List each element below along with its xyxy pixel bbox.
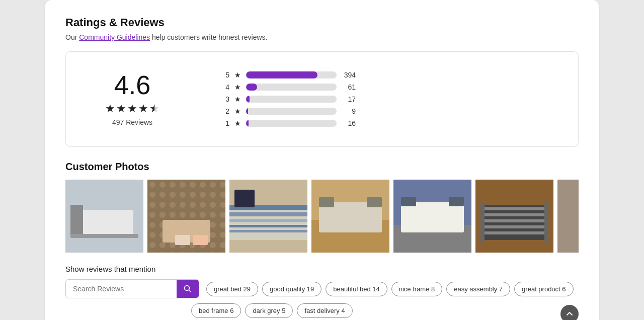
chip-good-quality[interactable]: good quality 19 — [262, 282, 321, 296]
chip-fast-delivery[interactable]: fast delivery 4 — [297, 303, 352, 318]
search-input[interactable] — [66, 280, 177, 298]
svg-rect-21 — [319, 197, 334, 207]
scroll-top-button[interactable] — [560, 305, 579, 320]
guidelines-prefix: Our — [65, 33, 79, 41]
bar-fill-4 — [246, 84, 257, 91]
svg-rect-8 — [175, 235, 190, 245]
vertical-divider — [203, 64, 203, 134]
svg-rect-14 — [229, 219, 307, 222]
bar-fill-1 — [246, 120, 249, 127]
bar-count-5: 394 — [342, 71, 356, 79]
photo-thumb-4[interactable] — [311, 180, 389, 253]
guidelines-text: Our Community Guidelines help customers … — [65, 33, 579, 41]
guidelines-suffix: help customers write honest reviews. — [150, 33, 267, 41]
bar-row-1: 1 ★ 16 — [223, 119, 562, 127]
bar-fill-3 — [246, 96, 250, 103]
tag-chips-row1: great bed 29 good quality 19 beautiful b… — [206, 282, 579, 296]
tag-chips-row2: bed frame 6 dark grey 5 fast delivery 4 — [191, 303, 579, 318]
svg-rect-31 — [480, 213, 548, 216]
bar-label-5: 5 — [223, 71, 229, 79]
search-button[interactable] — [177, 280, 199, 298]
photo-thumb-7[interactable] — [557, 180, 579, 253]
bar-star-4: ★ — [234, 83, 241, 91]
search-input-wrap — [65, 279, 199, 298]
svg-rect-13 — [229, 212, 307, 216]
bar-track-1 — [246, 120, 337, 127]
bar-row-5: 5 ★ 394 — [223, 71, 562, 79]
bar-track-4 — [246, 84, 337, 91]
ratings-box: 4.6 ★ ★ ★ ★ ★ ★ 497 Reviews 5 ★ 394 — [65, 51, 579, 147]
photo-thumb-6[interactable] — [475, 180, 553, 253]
chip-great-product[interactable]: great product 6 — [514, 282, 573, 296]
bar-label-1: 1 — [223, 119, 229, 127]
svg-rect-35 — [480, 202, 485, 243]
svg-rect-22 — [367, 197, 382, 207]
star-2: ★ — [116, 102, 126, 115]
bar-track-5 — [246, 71, 337, 78]
average-rating-section: 4.6 ★ ★ ★ ★ ★ ★ 497 Reviews — [82, 72, 183, 126]
chip-nice-frame[interactable]: nice frame 8 — [391, 282, 443, 296]
photos-row: › — [65, 180, 579, 253]
bar-count-4: 61 — [342, 83, 356, 91]
bar-fill-2 — [246, 108, 248, 115]
svg-rect-25 — [401, 202, 464, 232]
svg-rect-36 — [544, 202, 548, 243]
svg-rect-30 — [480, 207, 548, 210]
bar-row-3: 3 ★ 17 — [223, 95, 562, 103]
svg-rect-33 — [480, 225, 548, 228]
bar-count-3: 17 — [342, 95, 356, 103]
rating-bars: 5 ★ 394 4 ★ 61 3 ★ 17 — [223, 71, 562, 127]
photo-thumb-3[interactable] — [229, 180, 307, 253]
photo-thumb-2[interactable] — [147, 180, 225, 253]
chip-great-bed[interactable]: great bed 29 — [206, 282, 258, 296]
search-section: Show reviews that mention great bed 29 g… — [65, 265, 579, 318]
stars-display: ★ ★ ★ ★ ★ ★ — [105, 102, 159, 115]
svg-line-39 — [189, 290, 191, 292]
chip-easy-assembly[interactable]: easy assembly 7 — [446, 282, 510, 296]
bar-count-1: 16 — [342, 119, 356, 127]
bar-label-3: 3 — [223, 95, 229, 103]
star-4: ★ — [138, 102, 148, 115]
svg-rect-37 — [557, 180, 579, 253]
svg-rect-2 — [70, 205, 83, 237]
bar-count-2: 9 — [342, 107, 356, 115]
bar-star-2: ★ — [234, 107, 241, 115]
svg-rect-15 — [229, 225, 307, 227]
chevron-up-icon — [566, 310, 573, 317]
svg-rect-11 — [229, 205, 307, 240]
reviews-count: 497 Reviews — [112, 118, 152, 126]
mentions-label: Show reviews that mention — [65, 265, 579, 273]
bar-label-4: 4 — [223, 83, 229, 91]
photo-thumb-5[interactable] — [393, 180, 471, 253]
svg-rect-32 — [480, 219, 548, 222]
svg-rect-34 — [480, 231, 548, 234]
star-5-half: ★ ★ — [149, 102, 159, 115]
community-guidelines-link[interactable]: Community Guidelines — [79, 33, 150, 41]
chip-beautiful-bed[interactable]: beautiful bed 14 — [326, 282, 387, 296]
bar-row-4: 4 ★ 61 — [223, 83, 562, 91]
chip-dark-grey[interactable]: dark grey 5 — [245, 303, 293, 318]
bar-track-2 — [246, 108, 337, 115]
svg-rect-16 — [229, 230, 307, 232]
bar-fill-5 — [246, 71, 317, 78]
bar-track-3 — [246, 96, 337, 103]
search-icon — [184, 285, 192, 293]
svg-rect-17 — [234, 190, 255, 207]
svg-rect-26 — [401, 197, 416, 206]
chip-bed-frame[interactable]: bed frame 6 — [191, 303, 241, 318]
customer-photos-title: Customer Photos — [65, 161, 579, 173]
svg-rect-27 — [449, 197, 464, 206]
star-3: ★ — [127, 102, 137, 115]
bar-star-1: ★ — [234, 119, 241, 127]
bar-star-3: ★ — [234, 95, 241, 103]
svg-rect-3 — [70, 234, 138, 238]
photo-thumb-1[interactable] — [65, 180, 143, 253]
star-1: ★ — [105, 102, 115, 115]
svg-rect-9 — [193, 235, 208, 245]
section-title: Ratings & Reviews — [65, 16, 579, 29]
average-number: 4.6 — [114, 72, 150, 98]
search-and-chips-row: great bed 29 good quality 19 beautiful b… — [65, 279, 579, 298]
ratings-reviews-card: Ratings & Reviews Our Community Guidelin… — [45, 0, 599, 320]
bar-row-2: 2 ★ 9 — [223, 107, 562, 115]
svg-rect-1 — [75, 210, 133, 237]
